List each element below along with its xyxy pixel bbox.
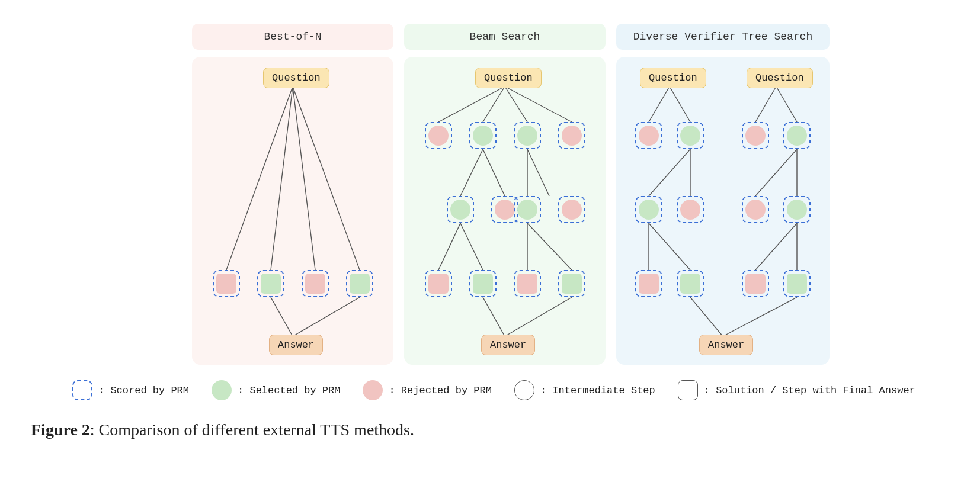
step-node-selected xyxy=(783,122,811,149)
answer-box: Answer xyxy=(481,335,535,355)
step-node-selected xyxy=(514,122,541,149)
svg-line-19 xyxy=(483,297,505,336)
svg-line-6 xyxy=(438,86,505,122)
solution-node-selected xyxy=(469,270,497,297)
svg-line-2 xyxy=(293,86,315,270)
svg-line-23 xyxy=(649,149,690,196)
step-node-rejected xyxy=(558,122,585,149)
svg-line-10 xyxy=(460,149,483,196)
legend-solution: : Solution / Step with Final Answer xyxy=(678,380,915,400)
solution-node-rejected xyxy=(635,270,662,297)
svg-line-27 xyxy=(755,86,776,122)
step-node-rejected xyxy=(425,122,452,149)
panel-body-beam: Question Answer xyxy=(404,57,606,365)
legend-swatch-scored xyxy=(72,380,92,400)
caption-text: : Comparison of different external TTS m… xyxy=(90,420,414,439)
edges-bon xyxy=(192,57,393,365)
svg-line-3 xyxy=(293,86,360,270)
panel-body-bon: Question Answer xyxy=(192,57,393,365)
panel-body-dvts: Question Question Answer xyxy=(616,57,830,365)
solution-node-rejected xyxy=(742,270,769,297)
legend-selected: : Selected by PRM xyxy=(212,380,340,400)
figure-wrapper: Best-of-N Question Answer Be xyxy=(31,24,949,439)
svg-line-21 xyxy=(649,86,670,122)
legend-label: : Solution / Step with Final Answer xyxy=(704,385,915,396)
legend-label: : Scored by PRM xyxy=(98,385,189,396)
step-node-selected xyxy=(783,196,811,223)
panel-header-dvts: Diverse Verifier Tree Search xyxy=(616,24,830,50)
svg-line-26 xyxy=(649,223,690,270)
figure-caption: Figure 2: Comparison of different extern… xyxy=(31,420,949,439)
step-node-selected xyxy=(514,196,541,223)
svg-line-1 xyxy=(271,86,293,270)
step-node-rejected xyxy=(635,122,662,149)
step-node-rejected xyxy=(677,196,704,223)
legend: : Scored by PRM : Selected by PRM : Reje… xyxy=(72,380,949,400)
svg-line-29 xyxy=(755,149,797,196)
svg-line-9 xyxy=(505,86,572,122)
step-node-selected xyxy=(469,122,497,149)
svg-line-12 xyxy=(527,149,549,196)
legend-scored: : Scored by PRM xyxy=(72,380,189,400)
answer-box: Answer xyxy=(269,335,323,355)
svg-line-28 xyxy=(776,86,797,122)
svg-line-18 xyxy=(527,223,572,270)
svg-line-31 xyxy=(755,223,797,270)
solution-node-rejected xyxy=(213,270,240,297)
solution-node-selected xyxy=(257,270,284,297)
solution-node-rejected xyxy=(514,270,541,297)
solution-node-selected xyxy=(677,270,704,297)
legend-swatch-intermediate xyxy=(514,380,534,400)
panel-divider xyxy=(723,65,723,356)
panel-dvts: Diverse Verifier Tree Search xyxy=(616,24,830,365)
svg-line-15 xyxy=(438,223,460,270)
question-box-left: Question xyxy=(640,68,706,88)
legend-rejected: : Rejected by PRM xyxy=(363,380,491,400)
legend-label: : Intermediate Step xyxy=(540,385,655,396)
svg-line-34 xyxy=(723,297,797,336)
svg-line-20 xyxy=(505,297,572,336)
svg-line-33 xyxy=(690,297,723,336)
panel-header-bon: Best-of-N xyxy=(192,24,393,50)
legend-label: : Selected by PRM xyxy=(238,385,340,396)
legend-swatch-solution xyxy=(678,380,698,400)
svg-line-16 xyxy=(460,223,483,270)
panels-row: Best-of-N Question Answer Be xyxy=(72,24,949,365)
step-node-rejected xyxy=(742,196,769,223)
step-node-selected xyxy=(447,196,474,223)
svg-line-7 xyxy=(483,86,505,122)
answer-box: Answer xyxy=(699,335,753,355)
step-node-rejected xyxy=(742,122,769,149)
panel-beam-search: Beam Search xyxy=(404,24,606,365)
legend-label: : Rejected by PRM xyxy=(389,385,491,396)
svg-line-5 xyxy=(293,297,360,336)
svg-line-22 xyxy=(670,86,690,122)
panel-best-of-n: Best-of-N Question Answer xyxy=(192,24,393,365)
svg-line-8 xyxy=(505,86,527,122)
legend-swatch-selected xyxy=(212,380,232,400)
legend-intermediate: : Intermediate Step xyxy=(514,380,655,400)
solution-node-selected xyxy=(558,270,585,297)
legend-swatch-rejected xyxy=(363,380,383,400)
svg-line-4 xyxy=(271,297,293,336)
svg-line-11 xyxy=(483,149,505,196)
panel-header-beam: Beam Search xyxy=(404,24,606,50)
step-node-selected xyxy=(635,196,662,223)
svg-line-0 xyxy=(226,86,293,270)
step-node-selected xyxy=(677,122,704,149)
step-node-rejected xyxy=(558,196,585,223)
question-box: Question xyxy=(263,68,329,88)
caption-label: Figure 2 xyxy=(31,420,90,439)
question-box-right: Question xyxy=(747,68,813,88)
solution-node-selected xyxy=(783,270,811,297)
solution-node-rejected xyxy=(425,270,452,297)
question-box: Question xyxy=(475,68,542,88)
solution-node-selected xyxy=(346,270,373,297)
solution-node-rejected xyxy=(302,270,329,297)
